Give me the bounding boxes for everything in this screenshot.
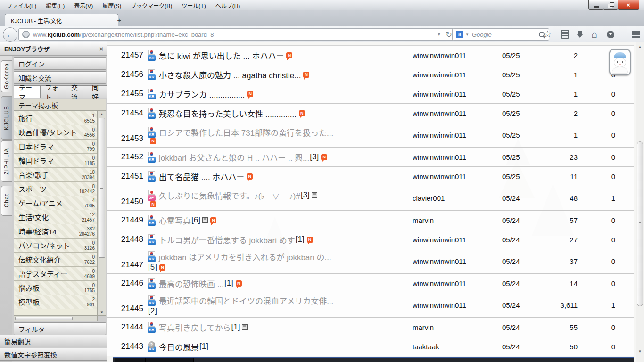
- board-list-item[interactable]: パソコン/ネット03126: [14, 239, 97, 253]
- thread-title-link[interactable]: 小さな殺人魔の魅力 ... agatha christie...: [159, 69, 301, 81]
- scroll-down-icon[interactable]: ▼: [98, 310, 106, 314]
- thread-author[interactable]: winwinwinwin011: [413, 301, 502, 309]
- thread-author[interactable]: winwinwinwin011: [413, 51, 502, 59]
- new-tab-button[interactable]: +: [113, 15, 125, 25]
- board-list-item[interactable]: ゲーム/アニメ47005: [14, 196, 97, 210]
- menu-item[interactable]: 履歴(S): [98, 0, 126, 11]
- scrollbar-thumb[interactable]: [637, 141, 643, 306]
- thread-title-link[interactable]: 心霊写真: [159, 214, 191, 226]
- pocket-icon[interactable]: [607, 31, 614, 38]
- minimize-button[interactable]: [588, 0, 603, 10]
- board-list-item[interactable]: 韓国ドラマ01185: [14, 154, 97, 168]
- vertical-tab-gokorea[interactable]: GoKorea: [1, 60, 12, 92]
- quick-translate-bar[interactable]: 簡易翻訳: [0, 335, 107, 347]
- board-list-item[interactable]: 語学スタディー04609: [14, 267, 97, 281]
- search-engine-icon[interactable]: 8: [456, 31, 463, 38]
- thread-title-link[interactable]: トルコ男が一番憎悪する jokkbari めす: [159, 234, 295, 246]
- scroll-down-icon[interactable]: ▼: [636, 349, 644, 354]
- board-list-scrollbar[interactable]: ▲ ▼: [98, 111, 106, 316]
- bookmark-star-icon[interactable]: ☆: [543, 28, 552, 40]
- sidebar-tab[interactable]: テーマ: [14, 85, 41, 98]
- search-engine-dropdown-icon[interactable]: ▼: [465, 33, 469, 37]
- board-name[interactable]: 語学スタディー: [18, 269, 67, 279]
- thread-author[interactable]: winwinwinwin011: [413, 131, 502, 139]
- sidebar-tab[interactable]: 同好: [87, 85, 108, 98]
- board-name[interactable]: スポーツ: [18, 184, 47, 194]
- bookmarks-menu-icon[interactable]: [561, 30, 569, 39]
- thread-title-link[interactable]: カサブランカ ................: [159, 88, 245, 100]
- thread-author[interactable]: winwinwinwin011: [413, 109, 502, 117]
- board-name[interactable]: 日本ドラマ: [18, 141, 54, 151]
- thread-author[interactable]: marvin: [413, 216, 502, 224]
- filter-button[interactable]: フィルタ: [14, 322, 106, 335]
- menu-item[interactable]: 編集(E): [41, 0, 69, 11]
- thread-author[interactable]: marvin: [413, 323, 502, 331]
- hscrollbar-thumb[interactable]: [15, 317, 73, 320]
- thread-author[interactable]: winwinwinwin011: [413, 71, 502, 79]
- board-name[interactable]: 悩み板: [18, 283, 40, 293]
- board-list-item[interactable]: 日本ドラマ0799: [14, 140, 97, 154]
- sidebar-tab[interactable]: 交流: [66, 85, 87, 98]
- login-button[interactable]: ログイン: [14, 57, 106, 70]
- board-list-item[interactable]: 旅行16515: [14, 111, 97, 125]
- thread-title-link[interactable]: 最近話題中の韓国とドイツの混血アメリカ女俳...: [159, 295, 333, 306]
- thread-title-link[interactable]: jokkbari はアメリカを引き入れるが jokkbari の...: [159, 251, 331, 263]
- thread-title-link[interactable]: ロシアで製作した日本 731部隊の蛮行を扱った...: [159, 126, 333, 138]
- board-name[interactable]: 生活/文化: [18, 212, 49, 222]
- board-name[interactable]: パソコン/ネット: [18, 240, 70, 250]
- thread-author[interactable]: winwinwinwin011: [413, 173, 502, 181]
- board-name[interactable]: 伝統文化紹介: [18, 255, 61, 264]
- page-scrollbar[interactable]: ▲ ▼: [636, 42, 644, 362]
- thread-title-link[interactable]: 急に kiwi が思い出した ... ホハハー: [159, 49, 284, 61]
- board-name[interactable]: 映画俳優/タレント: [18, 127, 77, 137]
- board-name[interactable]: 時事/経済14: [18, 226, 57, 236]
- ncr-convert-bar[interactable]: 数値文字参照変換: [0, 348, 107, 361]
- menu-item[interactable]: ファイル(F): [2, 0, 41, 11]
- vertical-tab-kjclub[interactable]: KJCLUB: [1, 96, 12, 140]
- sidebar-tab[interactable]: フォト: [40, 85, 67, 98]
- sidebar-close-icon[interactable]: ×: [99, 45, 103, 53]
- snowman-widget[interactable]: [609, 49, 631, 75]
- thread-author[interactable]: winwinwinwin011: [413, 153, 502, 161]
- board-name[interactable]: 音楽/歌手: [18, 170, 49, 180]
- thread-author[interactable]: winwinwinwin011: [413, 90, 502, 98]
- board-name[interactable]: 模型板: [18, 297, 40, 307]
- restore-button[interactable]: [603, 0, 618, 10]
- thread-title-link[interactable]: 久しぶりに気象情報です。♪(♭￣▽￣ ♪)#: [159, 189, 300, 201]
- board-list-item[interactable]: 音楽/歌手1828394: [14, 168, 97, 182]
- board-list-item[interactable]: 映画俳優/タレント04556: [14, 125, 97, 140]
- downloads-icon[interactable]: [578, 31, 582, 38]
- thread-title-link[interactable]: 写真引き戻してから: [159, 321, 231, 333]
- thread-title-link[interactable]: jokkbari お父さんと娘の H .. ハハー .. 興...: [159, 151, 309, 163]
- home-icon[interactable]: ⌂: [591, 29, 597, 40]
- board-list-item[interactable]: 生活/文化1221457: [14, 210, 97, 224]
- thread-author[interactable]: taaktaak: [413, 343, 502, 351]
- scroll-up-icon[interactable]: ▲: [636, 45, 644, 49]
- board-list-item[interactable]: 悩み板01755: [14, 281, 97, 295]
- url-dropdown-icon[interactable]: ▼: [437, 32, 441, 37]
- browser-tab[interactable]: KJCLUB - 生活/文化: [5, 14, 118, 27]
- menu-item[interactable]: ツール(T): [177, 0, 210, 11]
- menu-item[interactable]: ヘルプ(H): [211, 0, 245, 11]
- scroll-up-icon[interactable]: ▲: [98, 112, 106, 116]
- thread-author[interactable]: winwinwinwin011: [413, 280, 502, 288]
- thread-title-link[interactable]: 最高の恐怖映画 ...: [159, 278, 224, 289]
- board-name[interactable]: 韓国ドラマ: [18, 156, 54, 165]
- thread-title-link[interactable]: 今日の風景: [159, 341, 199, 353]
- reload-icon[interactable]: ↻: [446, 30, 452, 39]
- vertical-tab-chat[interactable]: Chat: [1, 186, 12, 216]
- thread-title-link[interactable]: 残忍な目を持った美しい女性 ..............: [159, 107, 297, 119]
- close-button[interactable]: ×: [618, 0, 639, 10]
- thread-author[interactable]: winwinwinwin011: [413, 236, 502, 244]
- board-list-item[interactable]: 時事/経済14382284276: [14, 224, 97, 239]
- menu-item[interactable]: 表示(V): [69, 0, 98, 11]
- board-list-item[interactable]: 伝統文化紹介07622: [14, 253, 97, 267]
- url-bar[interactable]: www.kjclub.com/jp/exchange/theme/list.ph…: [18, 28, 456, 41]
- back-button[interactable]: ←: [3, 27, 17, 42]
- board-name[interactable]: 旅行: [18, 113, 33, 123]
- board-name[interactable]: ゲーム/アニメ: [18, 198, 62, 208]
- thread-author[interactable]: winwinwinwin011: [413, 257, 502, 265]
- vertical-tab-ziphilia[interactable]: ZIPHILIA: [1, 140, 12, 182]
- thread-author[interactable]: clavier001: [413, 194, 502, 202]
- site-identity-icon[interactable]: [22, 31, 30, 38]
